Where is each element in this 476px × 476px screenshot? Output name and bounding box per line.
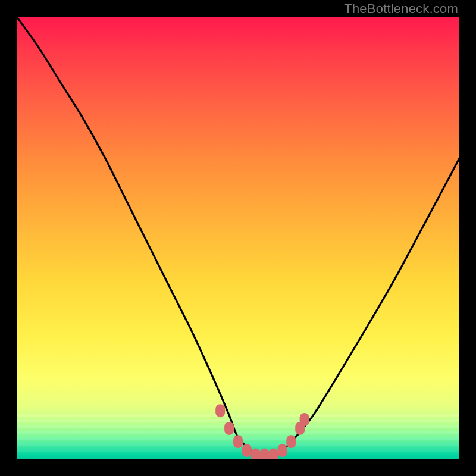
valley-marker bbox=[286, 435, 296, 448]
valley-markers-group bbox=[215, 404, 309, 459]
valley-marker bbox=[269, 449, 278, 459]
chart-container: TheBottleneck.com bbox=[0, 0, 476, 476]
valley-marker bbox=[260, 449, 270, 459]
curve-layer bbox=[17, 17, 459, 459]
valley-marker bbox=[215, 404, 225, 417]
valley-marker bbox=[242, 444, 252, 457]
plot-area bbox=[17, 17, 459, 459]
valley-marker bbox=[251, 449, 261, 459]
valley-marker bbox=[277, 444, 287, 457]
watermark-text: TheBottleneck.com bbox=[344, 1, 458, 17]
valley-marker bbox=[233, 435, 243, 448]
bottleneck-curve bbox=[17, 17, 459, 456]
valley-marker bbox=[300, 413, 309, 426]
valley-marker bbox=[224, 422, 234, 435]
